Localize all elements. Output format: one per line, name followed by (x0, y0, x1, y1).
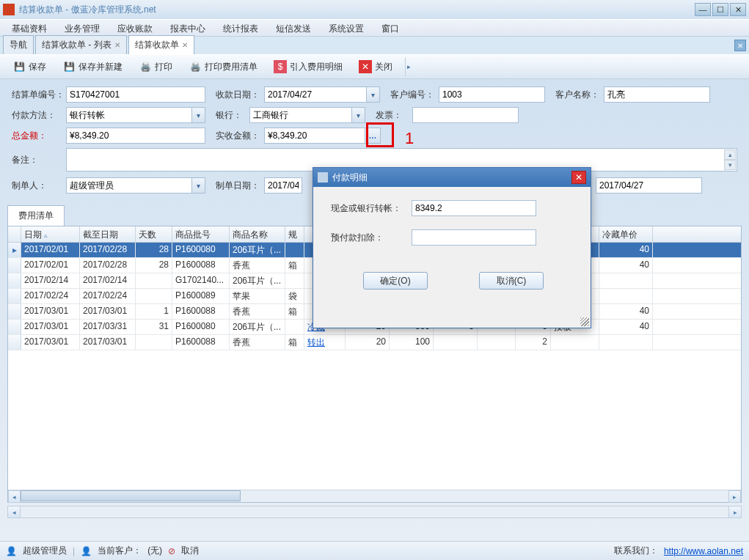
toolbar-overflow-icon[interactable]: ▸ (405, 57, 412, 76)
make-date-input[interactable] (264, 177, 302, 194)
close-button[interactable]: ✕关闭 (352, 56, 399, 77)
status-cust-label: 当前客户： (98, 545, 142, 557)
cell: P1600088 (172, 258, 230, 273)
printer-icon: 🖨️ (189, 60, 202, 73)
content-scroll-right-icon[interactable]: ▸ (728, 506, 741, 517)
cell: 香蕉 (230, 304, 285, 319)
cell: 28 (136, 243, 172, 257)
grid-hscrollbar[interactable]: ◂ ▸ (8, 490, 741, 502)
col-header[interactable]: 日期 ▵ (21, 226, 80, 242)
prepay-label: 预付款扣除： (331, 232, 412, 244)
menu-应收账款[interactable]: 应收账款 (109, 20, 161, 36)
memo-scroll-up-icon[interactable]: ▴ (724, 150, 736, 160)
tab-导航[interactable]: 导航 (3, 35, 34, 54)
menu-统计报表[interactable]: 统计报表 (214, 20, 267, 36)
cell (136, 273, 172, 288)
menu-系统设置[interactable]: 系统设置 (320, 20, 373, 36)
cell (285, 273, 304, 288)
window-close-button[interactable]: ✕ (730, 3, 746, 16)
total-input[interactable] (66, 128, 205, 144)
memo-label: 备注： (12, 148, 66, 166)
table-row[interactable]: 2017/03/012017/03/01P1600088香蕉箱转出201002 (8, 335, 741, 350)
bank-input[interactable] (249, 107, 352, 123)
print-button[interactable]: 🖨️打印 (132, 56, 179, 77)
cell: 2017/03/01 (21, 335, 80, 350)
cell: 206耳片（... (230, 320, 285, 334)
cash-label: 现金或银行转帐： (331, 202, 412, 215)
import-fee-label: 引入费用明细 (290, 61, 343, 73)
cancel-icon[interactable]: ⊘ (168, 546, 175, 556)
menu-报表中心[interactable]: 报表中心 (161, 20, 214, 36)
maximize-button[interactable]: ☐ (712, 3, 728, 16)
scroll-right-icon[interactable]: ▸ (728, 490, 741, 503)
recv-date-input[interactable] (264, 86, 367, 103)
tabstrip-close-button[interactable]: ✕ (734, 40, 746, 51)
scroll-thumb[interactable] (21, 490, 241, 501)
menu-基础资料[interactable]: 基础资料 (3, 20, 56, 36)
col-header[interactable]: 商品批号 (172, 226, 230, 242)
save-icon: 💾 (12, 60, 26, 73)
print-fee-button[interactable]: 🖨️打印费用清单 (182, 56, 264, 77)
cust-name-input[interactable] (604, 86, 710, 103)
actual-ellipsis-button[interactable]: … (365, 128, 381, 144)
import-fee-button[interactable]: $引入费用明细 (267, 56, 349, 77)
tab-close-icon[interactable]: ✕ (114, 41, 120, 49)
bank-dropdown-icon[interactable]: ▾ (352, 107, 365, 123)
cell: 206耳片（... (230, 243, 285, 257)
minimize-button[interactable]: — (695, 3, 711, 16)
tab-close-icon[interactable]: ✕ (182, 41, 188, 49)
cell (599, 335, 653, 350)
cell (599, 273, 653, 288)
save-new-button[interactable]: 💾保存并新建 (56, 56, 129, 77)
prepay-input[interactable] (412, 229, 536, 246)
col-header[interactable]: 截至日期 (80, 226, 136, 242)
cell: 2017/03/01 (21, 320, 80, 334)
maker-dropdown-icon[interactable]: ▾ (192, 177, 205, 194)
pay-method-dropdown-icon[interactable]: ▾ (192, 107, 205, 123)
recv-date-dropdown-icon[interactable]: ▾ (367, 86, 380, 103)
sn-input[interactable] (66, 86, 205, 103)
status-url-link[interactable]: http://www.aolan.net (664, 546, 743, 556)
recv-date-label: 收款日期： (216, 89, 264, 101)
menu-业务管理[interactable]: 业务管理 (56, 20, 109, 36)
print-label: 打印 (155, 61, 172, 73)
tab-结算收款单[interactable]: 结算收款单✕ (128, 35, 194, 54)
fee-list-tab[interactable]: 费用清单 (7, 205, 65, 226)
titlebar: 结算收款单 - 傲蓝冷库管理系统.net — ☐ ✕ (0, 0, 749, 19)
pay-method-input[interactable] (66, 107, 192, 123)
invoice-input[interactable] (412, 107, 519, 123)
ok-button[interactable]: 确定(O) (363, 272, 428, 290)
content-scroll-left-icon[interactable]: ◂ (8, 506, 21, 517)
scroll-left-icon[interactable]: ◂ (8, 490, 21, 503)
dialog-titlebar[interactable]: 付款明细 ✕ (313, 168, 591, 187)
cell: 1 (136, 304, 172, 319)
col-header[interactable]: 冷藏单价 (599, 226, 653, 242)
tab-结算收款单 - 列表[interactable]: 结算收款单 - 列表✕ (35, 35, 127, 54)
resize-grip-icon[interactable] (580, 317, 589, 326)
memo-scroll-down-icon[interactable]: ▾ (724, 160, 736, 170)
audit-date-input[interactable] (596, 177, 702, 194)
dialog-icon (318, 172, 328, 183)
status-cancel[interactable]: 取消 (181, 545, 199, 557)
cust-no-input[interactable] (439, 86, 545, 103)
cell: 2017/02/24 (21, 289, 80, 303)
actual-input[interactable] (264, 128, 365, 144)
cell: 香蕉 (230, 335, 285, 350)
save-new-label: 保存并新建 (78, 61, 123, 73)
col-header[interactable]: 天数 (136, 226, 172, 242)
maker-input[interactable] (66, 177, 192, 194)
row-indicator (8, 273, 21, 288)
cell[interactable]: 转出 (304, 335, 346, 350)
content-hscrollbar[interactable]: ◂ ▸ (7, 506, 742, 518)
col-header[interactable]: 商品名称 (230, 226, 285, 242)
cash-input[interactable] (412, 200, 536, 216)
cell: 香蕉 (230, 258, 285, 273)
cell: 2017/02/14 (21, 273, 80, 288)
dialog-close-button[interactable]: ✕ (571, 171, 586, 184)
cancel-button[interactable]: 取消(C) (479, 272, 544, 290)
menu-短信发送[interactable]: 短信发送 (267, 20, 320, 36)
save-button[interactable]: 💾保存 (6, 56, 53, 77)
col-header[interactable]: 规 (285, 226, 304, 242)
cell: 40 (599, 320, 653, 334)
menu-窗口[interactable]: 窗口 (373, 20, 408, 36)
